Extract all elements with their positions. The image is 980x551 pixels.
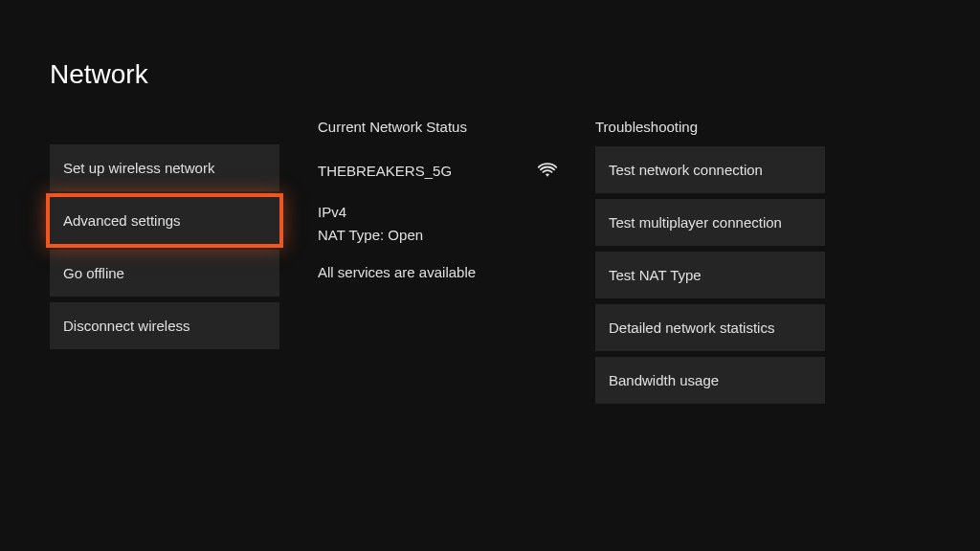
page-title: Network [0,0,980,90]
test-network-button[interactable]: Test network connection [595,146,825,193]
setup-wireless-button[interactable]: Set up wireless network [50,144,279,191]
network-stats-button[interactable]: Detailed network statistics [595,304,825,351]
wifi-icon [538,161,557,181]
advanced-settings-button[interactable]: Advanced settings [50,197,279,244]
services-label: All services are available [318,264,557,280]
bandwidth-usage-button[interactable]: Bandwidth usage [595,357,825,404]
go-offline-button[interactable]: Go offline [50,250,279,297]
troubleshooting-panel: Troubleshooting Test network connection … [595,119,825,404]
left-actions: Set up wireless network Advanced setting… [50,144,279,404]
network-status-panel: Current Network Status THEBREAKERS_5G IP… [318,119,557,404]
troubleshoot-heading: Troubleshooting [595,119,825,135]
ip-version-label: IPv4 [318,204,557,220]
ssid-label: THEBREAKERS_5G [318,163,452,179]
status-heading: Current Network Status [318,119,557,135]
nat-type-label: NAT Type: Open [318,227,557,243]
disconnect-wireless-button[interactable]: Disconnect wireless [50,302,279,349]
test-multiplayer-button[interactable]: Test multiplayer connection [595,199,825,246]
test-nat-button[interactable]: Test NAT Type [595,252,825,298]
